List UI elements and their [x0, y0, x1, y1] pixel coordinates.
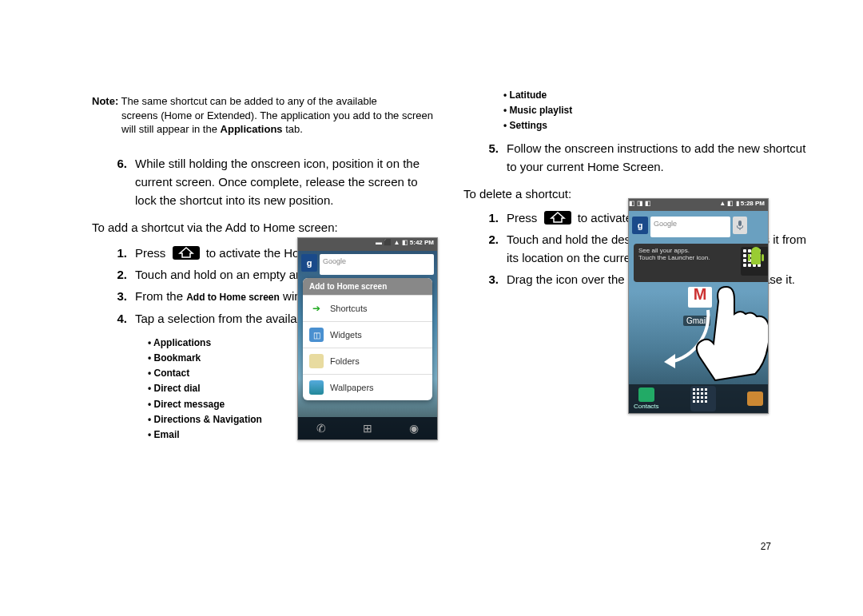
contacts-icon: [638, 387, 654, 402]
dock-right-icon: [747, 391, 763, 406]
note-text-1: The same shortcut can be added to any of…: [118, 95, 377, 107]
android-icon: [747, 245, 765, 269]
search-bar: g Google: [632, 217, 747, 237]
search-bar: g Google: [301, 254, 434, 275]
search-input: Google: [320, 254, 434, 275]
panel-title: Add to Home screen: [303, 278, 432, 295]
screenshot-delete-shortcut: ◧ ◨ ◧ ▲ ◧ ▮ 5:28 PM g Google See all you…: [628, 198, 769, 414]
dock: Contacts: [629, 384, 768, 413]
dock-contacts: Contacts: [634, 387, 659, 410]
manual-page: Note: The same shortcut can be added to …: [0, 0, 863, 616]
search-input: Google: [650, 217, 730, 237]
dock-right: [747, 391, 763, 407]
wallpaper-icon: [309, 380, 324, 395]
status-bar: ▬ ⬛ ▲ ◧ 5:42 PM: [298, 238, 437, 251]
signal-icons: ▲ ◧ ▮: [719, 200, 741, 207]
list-item: Latitude: [503, 88, 807, 103]
screenshot-add-to-home: ▬ ⬛ ▲ ◧ 5:42 PM g Google Add to Home scr…: [297, 237, 438, 440]
note-text-2: screens (Home or Extended). The applicat…: [92, 109, 435, 137]
arrow-icon: ➔: [309, 301, 324, 316]
svg-rect-5: [762, 254, 764, 261]
app-drawer-icon: [690, 386, 716, 411]
right-bullet-list: Latitude Music playlist Settings: [503, 88, 807, 134]
list-item: Music playlist: [503, 103, 807, 118]
mic-icon: [733, 217, 747, 234]
hand-pointer-icon: [686, 285, 769, 381]
panel-row-wallpapers: Wallpapers: [303, 374, 432, 400]
widget-icon: ◫: [309, 328, 324, 342]
right-step-5: 5. Follow the onscreen instructions to a…: [479, 139, 807, 177]
step-6: 6. While still holding the onscreen icon…: [108, 154, 435, 210]
home-key-icon: [173, 246, 200, 260]
apps-icon: ⊞: [363, 422, 372, 435]
google-g-icon: g: [632, 217, 648, 234]
panel-row-folders: Folders: [303, 348, 432, 374]
folder-icon: [309, 354, 324, 368]
phone-icon: ✆: [316, 422, 326, 435]
note-label: Note:: [92, 95, 118, 107]
nav-bar: ✆ ⊞ ◉: [298, 417, 437, 439]
browser-icon: ◉: [409, 422, 419, 435]
svg-rect-1: [738, 221, 742, 226]
svg-rect-3: [751, 253, 761, 264]
panel-row-shortcuts: ➔Shortcuts: [303, 295, 432, 321]
google-g-icon: g: [301, 254, 317, 272]
heading-add-shortcut: To add a shortcut via the Add to Home sc…: [92, 219, 435, 237]
note-block: Note: The same shortcut can be added to …: [92, 94, 435, 137]
list-item: Settings: [503, 118, 807, 133]
signal-icons: ▬ ⬛ ▲ ◧: [376, 239, 410, 246]
notification-icons: ◧ ◨ ◧: [629, 200, 651, 207]
panel-row-widgets: ◫Widgets: [303, 321, 432, 348]
svg-rect-4: [748, 254, 750, 261]
home-key-icon: [544, 211, 571, 225]
page-number: 27: [761, 541, 771, 552]
add-to-home-panel: Add to Home screen ➔Shortcuts ◫Widgets F…: [303, 278, 432, 400]
status-bar: ◧ ◨ ◧ ▲ ◧ ▮ 5:28 PM: [629, 199, 768, 212]
